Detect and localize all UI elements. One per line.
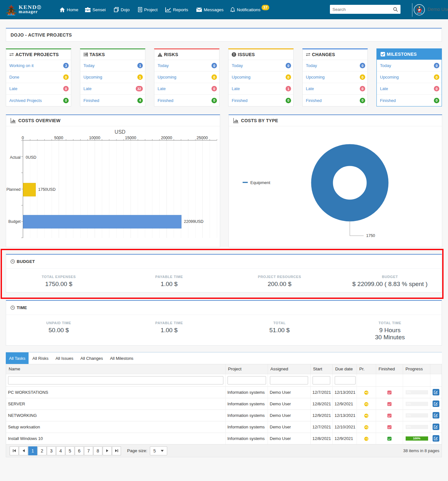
svg-text:Budget: Budget — [8, 219, 21, 224]
svg-text:Actual: Actual — [10, 155, 21, 160]
svg-text:USD: USD — [115, 129, 125, 135]
svg-text:1750: 1750 — [366, 233, 375, 238]
svg-text:Planned: Planned — [6, 187, 21, 192]
svg-text:25000: 25000 — [197, 136, 208, 140]
svg-text:0USD: 0USD — [26, 155, 36, 160]
svg-text:22099USD: 22099USD — [184, 219, 203, 224]
svg-text:1750USD: 1750USD — [38, 187, 56, 192]
svg-text:Equipment: Equipment — [250, 180, 271, 185]
